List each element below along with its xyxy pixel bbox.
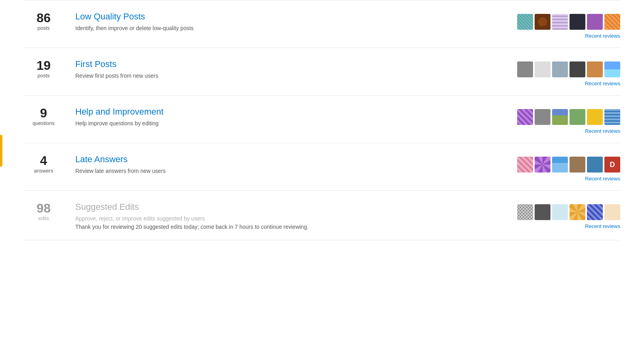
avatars-late-answers: D (517, 157, 620, 172)
recent-reviews-link-help-and-improvement[interactable]: Recent reviews (585, 128, 620, 134)
count-unit: answers (24, 168, 63, 174)
avatar-5: D (604, 157, 620, 172)
review-item-help-and-improvement: 9questionsHelp and ImprovementHelp impro… (24, 96, 620, 143)
count-unit: questions (24, 120, 63, 126)
review-count-help-and-improvement: 9questions (24, 107, 63, 126)
review-desc-suggested-edits: Approve, reject, or improve edits sugges… (75, 215, 485, 223)
avatar-3 (569, 14, 585, 30)
avatar-1 (535, 109, 550, 125)
avatars-help-and-improvement (517, 109, 620, 125)
avatar-4 (587, 61, 603, 77)
avatars-first-posts (517, 61, 620, 77)
avatar-2 (552, 14, 568, 30)
avatar-4 (587, 14, 603, 30)
avatar-0 (517, 61, 533, 77)
review-right-first-posts: Recent reviews (485, 59, 620, 86)
count-number: 4 (24, 154, 63, 167)
review-item-suggested-edits: 98editsSuggested EditsApprove, reject, o… (24, 191, 620, 240)
recent-reviews-link-low-quality-posts[interactable]: Recent reviews (585, 33, 620, 39)
avatar-1 (535, 157, 550, 172)
count-number: 86 (24, 12, 63, 24)
avatar-4 (587, 204, 603, 220)
review-count-low-quality-posts: 86posts (24, 12, 63, 31)
avatar-2 (552, 204, 568, 220)
avatar-5 (604, 109, 620, 125)
review-info-low-quality-posts: Low Quality PostsIdentify, then improve … (63, 12, 485, 33)
count-number: 19 (24, 59, 63, 72)
avatar-1 (535, 61, 550, 77)
avatar-5 (604, 204, 620, 220)
recent-reviews-link-suggested-edits[interactable]: Recent reviews (585, 223, 620, 229)
avatar-0 (517, 157, 533, 172)
count-unit: posts (24, 73, 63, 79)
review-count-first-posts: 19posts (24, 59, 63, 79)
review-item-first-posts: 19postsFirst PostsReview first posts fro… (24, 48, 620, 96)
avatar-4 (587, 109, 603, 125)
avatar-0 (517, 14, 533, 30)
review-title-suggested-edits: Suggested Edits (75, 202, 139, 212)
avatars-suggested-edits (517, 204, 620, 220)
recent-reviews-link-late-answers[interactable]: Recent reviews (585, 176, 620, 182)
review-title-help-and-improvement[interactable]: Help and Improvement (75, 107, 164, 117)
review-count-late-answers: 4answers (24, 154, 63, 174)
avatar-3 (569, 204, 585, 220)
avatar-3 (569, 61, 585, 77)
avatar-2 (552, 61, 568, 77)
review-info-suggested-edits: Suggested EditsApprove, reject, or impro… (63, 202, 485, 231)
review-title-first-posts[interactable]: First Posts (75, 59, 117, 69)
review-right-help-and-improvement: Recent reviews (485, 107, 620, 134)
review-title-low-quality-posts[interactable]: Low Quality Posts (75, 12, 145, 22)
count-number: 9 (24, 107, 63, 119)
avatar-2 (552, 157, 568, 172)
left-accent-bar (0, 135, 2, 167)
avatar-5 (604, 61, 620, 77)
avatar-1 (535, 14, 550, 30)
avatar-0 (517, 204, 533, 220)
review-desc-late-answers: Review late answers from new users (75, 167, 485, 175)
review-info-late-answers: Late AnswersReview late answers from new… (63, 154, 485, 175)
review-count-suggested-edits: 98edits (24, 202, 63, 221)
review-desc-help-and-improvement: Help improve questions by editing (75, 119, 485, 128)
count-unit: posts (24, 25, 63, 31)
avatar-3 (569, 109, 585, 125)
avatar-1 (535, 204, 550, 220)
review-info-first-posts: First PostsReview first posts from new u… (63, 59, 485, 80)
review-list: 86postsLow Quality PostsIdentify, then i… (0, 0, 644, 240)
avatar-4 (587, 157, 603, 172)
review-info-help-and-improvement: Help and ImprovementHelp improve questio… (63, 107, 485, 128)
avatars-low-quality-posts (517, 14, 620, 30)
review-extra-desc-suggested-edits: Thank you for reviewing 20 suggested edi… (75, 223, 485, 231)
review-right-suggested-edits: Recent reviews (485, 202, 620, 229)
review-desc-low-quality-posts: Identify, then improve or delete low-qua… (75, 24, 485, 33)
avatar-2 (552, 109, 568, 125)
count-unit: edits (24, 215, 63, 221)
review-item-low-quality-posts: 86postsLow Quality PostsIdentify, then i… (24, 0, 620, 48)
review-item-late-answers: 4answersLate AnswersReview late answers … (24, 143, 620, 191)
avatar-0 (517, 109, 533, 125)
recent-reviews-link-first-posts[interactable]: Recent reviews (585, 80, 620, 86)
avatar-5 (604, 14, 620, 30)
page-container: 86postsLow Quality PostsIdentify, then i… (0, 0, 644, 345)
avatar-3 (569, 157, 585, 172)
count-number: 98 (24, 202, 63, 215)
review-title-late-answers[interactable]: Late Answers (75, 154, 128, 165)
review-right-late-answers: DRecent reviews (485, 154, 620, 182)
review-right-low-quality-posts: Recent reviews (485, 12, 620, 39)
review-desc-first-posts: Review first posts from new users (75, 72, 485, 80)
